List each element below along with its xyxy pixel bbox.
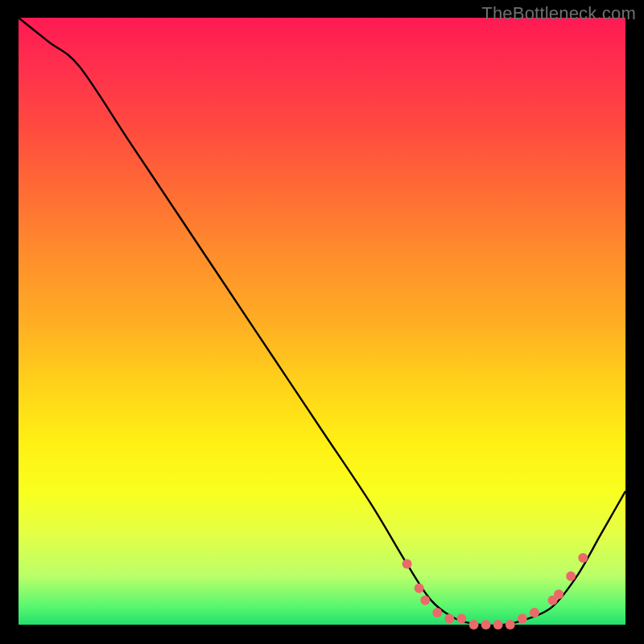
- curve-marker: [506, 620, 515, 630]
- curve-marker: [481, 620, 491, 630]
- watermark-text: TheBottleneck.com: [481, 3, 636, 24]
- curve-marker: [402, 559, 412, 569]
- curve-marker: [493, 620, 503, 630]
- curve-marker: [554, 589, 564, 599]
- curve-marker: [518, 613, 527, 623]
- chart-frame: TheBottleneck.com: [0, 0, 644, 644]
- curve-marker: [456, 613, 466, 623]
- curve-marker: [415, 584, 424, 593]
- curve-marker: [530, 608, 539, 617]
- curve-markers: [402, 553, 588, 630]
- curve-marker: [420, 596, 430, 605]
- bottleneck-curve: [19, 18, 625, 625]
- curve-marker: [566, 572, 576, 581]
- bottleneck-curve-svg: [19, 18, 625, 625]
- curve-marker: [444, 613, 454, 623]
- curve-marker: [578, 553, 588, 563]
- curve-marker: [432, 608, 442, 617]
- plot-area: [19, 18, 625, 625]
- curve-marker: [469, 620, 479, 630]
